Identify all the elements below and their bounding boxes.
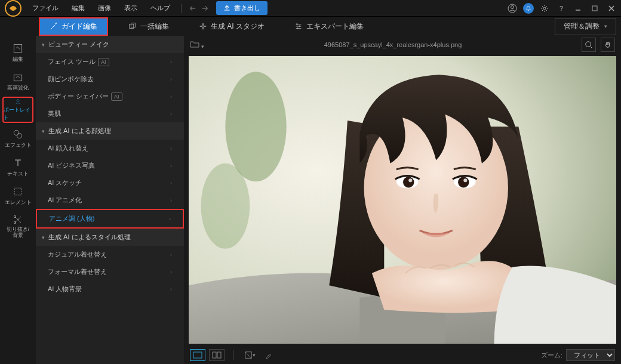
svg-point-21 [201,164,250,249]
chevron-right-icon: › [170,180,172,186]
mode-expert-edit[interactable]: エキスパート編集 [285,18,373,35]
chevron-down-icon: ▾ [42,42,45,48]
brush-icon[interactable] [261,349,276,361]
svg-point-24 [403,177,414,187]
svg-point-13 [14,130,19,135]
panel-item-anime-style[interactable]: アニメ調 (人物)› [36,209,184,229]
panel-item-facetool[interactable]: フェイス ツール AI› [36,53,184,70]
panel-group-genai-face[interactable]: ▾ 生成 AI による顔処理 [36,122,184,140]
sidebar-effect[interactable]: エフェクト [2,125,33,152]
svg-point-3 [543,7,546,10]
folder-icon[interactable]: ▾ [190,40,204,50]
sidebar-cutout-label: 切り抜き/ 背景 [7,227,30,239]
svg-rect-30 [213,352,216,358]
svg-rect-10 [14,44,21,52]
svg-point-8 [299,26,300,27]
svg-rect-4 [592,6,597,11]
maximize-icon[interactable] [589,2,601,14]
mode-studio-label: 生成 AI スタジオ [211,21,265,32]
svg-point-12 [17,100,19,102]
app-logo-icon [4,0,23,18]
adjust-label: 管理＆調整 [564,21,600,32]
filename-label: 4965087_s_upscayl_4x_realesrgan-x4plus.p… [209,41,577,48]
export-button[interactable]: 書き出し [216,1,268,15]
svg-rect-5 [130,24,134,29]
sidebar-upscale[interactable]: 高画質化 [2,68,33,94]
zoom-label: ズーム: [541,351,562,360]
mode-guide-edit[interactable]: ガイド編集 [39,17,108,36]
panel-group-beauty-label: ビューティー メイク [48,40,109,49]
svg-point-7 [296,23,298,25]
account-icon[interactable] [506,2,518,14]
panel-group-genai-style[interactable]: ▾ 生成 AI によるスタイル処理 [36,229,184,246]
chevron-right-icon: › [170,146,172,152]
sidebar-upscale-label: 高画質化 [7,84,29,92]
panel-item-formal[interactable]: フォーマル着せ替え› [36,263,184,280]
magnifier-icon[interactable] [582,38,596,52]
svg-point-27 [458,177,469,187]
panel-item-anime[interactable]: AI アニメ化› [36,192,184,209]
minimize-icon[interactable] [572,2,584,14]
settings-icon[interactable] [539,2,551,14]
panel-group-beauty[interactable]: ▾ ビューティー メイク [36,36,184,53]
image-canvas[interactable] [189,56,616,344]
panel-item-faceswap[interactable]: AI 顔入れ替え› [36,140,184,157]
menu-image[interactable]: 画像 [92,1,117,15]
panel-item-sketch[interactable]: AI スケッチ› [36,174,184,192]
ai-badge-icon: AI [111,92,122,101]
portrait-image [189,56,616,344]
panel-item-defocus[interactable]: 顔ピンボケ除去› [36,70,184,88]
svg-point-18 [586,42,591,47]
svg-point-20 [225,72,286,181]
panel-item-bg[interactable]: AI 人物背景› [36,280,184,298]
panel-item-bizphoto[interactable]: AI ビジネス写真› [36,157,184,174]
undo-icon[interactable] [186,2,198,14]
panel-item-casual[interactable]: カジュアル着せ替え› [36,246,184,263]
svg-point-2 [511,5,514,8]
sidebar-portrait[interactable]: ポートレイト [2,97,33,123]
mode-ai-studio[interactable]: 生成 AI スタジオ [189,18,274,35]
panel-item-bodyshaper[interactable]: ボディー シェイパー AI› [36,88,184,105]
upload-icon [223,5,230,12]
menu-edit[interactable]: 編集 [66,1,91,15]
zoom-select[interactable]: フィット [566,349,615,361]
hand-icon[interactable] [601,38,615,52]
svg-rect-31 [217,352,221,358]
sidebar-cutout[interactable]: 切り抜き/ 背景 [2,211,33,241]
mode-batch-edit[interactable]: 一括編集 [119,18,179,35]
chevron-right-icon: › [169,216,171,222]
redo-icon[interactable] [199,2,211,14]
help-icon[interactable]: ? [555,2,567,14]
batch-icon [128,22,137,30]
menu-help[interactable]: ヘルプ [145,1,176,15]
svg-point-9 [297,27,299,29]
chevron-right-icon: › [170,163,172,169]
sidebar-edit-label: 編集 [13,55,23,63]
panel-item-skin[interactable]: 美肌› [36,105,184,122]
manage-adjust-button[interactable]: 管理＆調整 ▾ [555,18,616,35]
view-split-button[interactable] [209,349,225,361]
separator [181,4,182,13]
view-single-button[interactable] [190,349,205,361]
menu-view[interactable]: 表示 [118,1,143,15]
svg-point-25 [408,178,412,182]
chevron-down-icon: ▾ [604,23,607,29]
chevron-right-icon: › [170,76,172,82]
mode-guide-label: ガイド編集 [62,21,97,32]
mask-toggle-icon[interactable]: ▾ [242,349,257,361]
sidebar-text[interactable]: テキスト [2,154,33,180]
close-icon[interactable] [605,2,617,14]
sparkle-icon [199,22,207,30]
sidebar-edit[interactable]: 編集 [2,39,33,66]
sliders-icon [294,22,303,30]
chevron-right-icon: › [170,252,172,258]
separator [233,350,233,360]
chevron-right-icon: › [170,269,172,275]
sidebar-element[interactable]: エレメント [2,183,33,209]
notification-icon[interactable] [523,3,534,14]
wand-icon [50,22,58,30]
svg-point-14 [17,133,21,138]
chevron-right-icon: › [170,198,172,203]
menu-file[interactable]: ファイル [26,1,64,15]
sidebar-element-label: エレメント [5,199,32,206]
